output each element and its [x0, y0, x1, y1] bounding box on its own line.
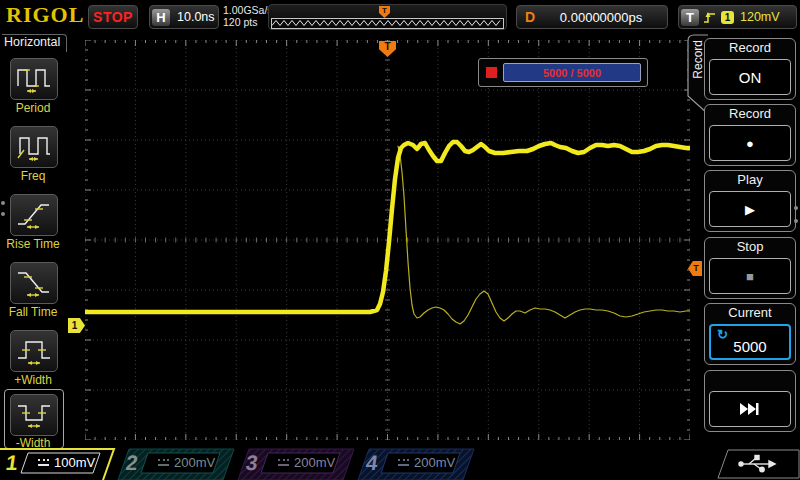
measure-period-button[interactable] [10, 58, 58, 100]
channel1-level-marker-icon[interactable]: 1 [68, 318, 85, 333]
channel3-scale[interactable]: 200mV [294, 455, 335, 470]
fall-time-icon [16, 268, 52, 298]
plus-width-icon [16, 336, 52, 366]
channel2-coupling-icon [158, 459, 169, 469]
run-stop-status[interactable]: STOP [88, 5, 138, 29]
delay-value: 0.00000000ps [535, 10, 667, 25]
right-scroll-dot [794, 219, 798, 223]
stop-icon: ■ [746, 269, 754, 284]
freq-icon [16, 132, 52, 162]
menu-record-onoff[interactable]: Record ON [704, 38, 796, 100]
left-scroll-dot [1, 201, 5, 205]
current-frame-value: 5000 [733, 330, 766, 355]
trigger-badge: T [681, 9, 699, 26]
rise-time-icon [16, 200, 52, 230]
sample-rate: 1.00GSa/s [223, 4, 273, 16]
measure-rise-time-button[interactable] [10, 194, 58, 236]
play-button[interactable]: ▶ [709, 191, 791, 227]
measure-period-label: Period [0, 101, 66, 115]
timebase-value: 10.0ns [177, 10, 215, 24]
oscilloscope-screen: RIGOL STOP H 10.0ns 1.00GSa/s 120 pts T … [0, 0, 800, 480]
trigger-level-marker-icon[interactable]: T [688, 261, 702, 276]
waveform-preview-strip[interactable]: T [268, 4, 507, 30]
minus-width-icon [16, 400, 52, 430]
record-menu-tab[interactable]: Record [691, 40, 705, 79]
menu-play[interactable]: Play ▶ [704, 170, 796, 232]
channel3-coupling-icon [278, 459, 289, 469]
memory-depth: 120 pts [223, 16, 273, 28]
record-progress-bar: 5000 / 5000 [478, 58, 648, 87]
rigol-logo: RIGOL [6, 2, 84, 28]
record-dot-icon: ● [746, 136, 754, 151]
menu-item-label: Record [705, 105, 795, 123]
acquisition-info: 1.00GSa/s 120 pts [223, 4, 273, 28]
channel1-coupling-icon [38, 459, 49, 469]
trigger-source-badge: 1 [721, 11, 734, 24]
menu-item-label [705, 371, 795, 389]
channel1-scale[interactable]: 100mV [54, 455, 95, 470]
measure-nwidth-button[interactable] [10, 394, 58, 436]
menu-skip-end[interactable] [704, 370, 796, 432]
left-scroll-dot [1, 212, 5, 216]
skip-to-end-button[interactable] [709, 391, 791, 427]
menu-stop[interactable]: Stop ■ [704, 237, 796, 299]
measure-pwidth-button[interactable] [10, 330, 58, 372]
measure-freq-label: Freq [0, 169, 66, 183]
measure-rise-time-label: Rise Time [0, 237, 66, 251]
record-frame-icon [486, 67, 497, 78]
preview-wave-icon [272, 19, 501, 26]
menu-item-label: Current [705, 304, 795, 322]
menu-record-start[interactable]: Record ● [704, 104, 796, 166]
trigger-level-value: 120mV [740, 10, 780, 24]
record-start-button[interactable]: ● [709, 125, 791, 161]
refresh-icon: ↻ [717, 327, 728, 342]
h-badge: H [152, 9, 170, 26]
trigger-delay-chip[interactable]: D 0.00000000ps [516, 5, 668, 29]
channel4-scale[interactable]: 200mV [414, 455, 455, 470]
menu-item-label: Record [705, 39, 795, 57]
play-icon: ▶ [745, 202, 755, 217]
skip-end-icon [739, 402, 761, 416]
trigger-status-chip[interactable]: T 1 120mV [678, 5, 797, 29]
measure-pwidth-label: +Width [0, 373, 66, 387]
record-on-button[interactable]: ON [709, 59, 791, 95]
stop-button[interactable]: ■ [709, 258, 791, 294]
record-frame-counter: 5000 / 5000 [503, 63, 641, 82]
right-scroll-dot [794, 206, 798, 210]
measure-freq-button[interactable] [10, 126, 58, 168]
left-menu-title: Horizontal [2, 34, 67, 52]
waveform-display[interactable] [85, 40, 690, 440]
horizontal-timebase-chip[interactable]: H 10.0ns [149, 5, 219, 29]
preview-wave-window [271, 18, 504, 29]
preview-trigger-position-icon[interactable]: T [379, 6, 390, 18]
period-icon [16, 64, 52, 94]
menu-current-frame[interactable]: Current ↻ 5000 [704, 303, 796, 365]
measure-fall-time-label: Fall Time [0, 305, 66, 319]
menu-item-label: Play [705, 171, 795, 189]
menu-item-label: Stop [705, 238, 795, 256]
channel4-coupling-icon [398, 459, 409, 469]
measure-fall-time-button[interactable] [10, 262, 58, 304]
channel2-scale[interactable]: 200mV [174, 455, 215, 470]
record-on-value: ON [739, 69, 762, 86]
run-state-label: STOP [93, 9, 133, 25]
delay-badge: D [525, 9, 535, 25]
rising-edge-icon [703, 10, 717, 25]
current-frame-button[interactable]: ↻ 5000 [709, 324, 791, 360]
